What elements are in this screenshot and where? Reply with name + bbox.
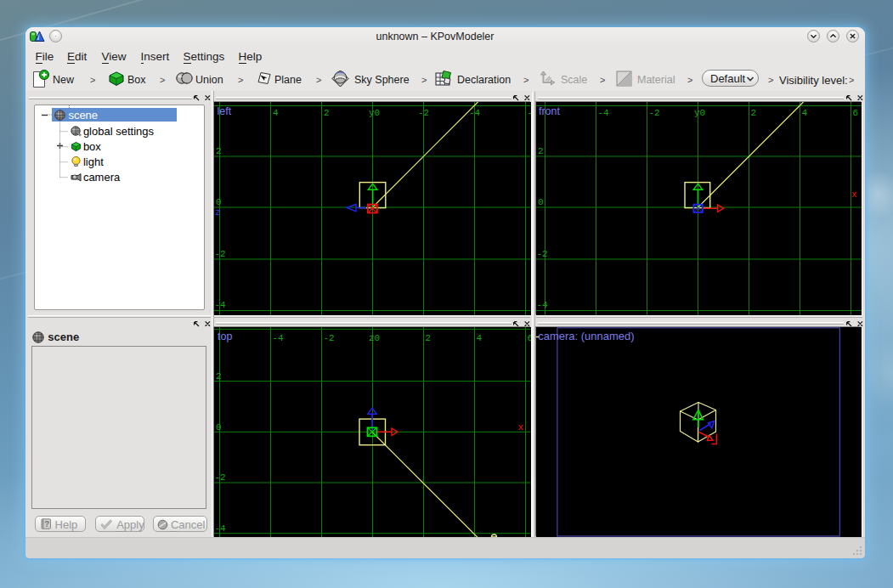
svg-text:2: 2 — [324, 107, 330, 117]
svg-text:-4: -4 — [215, 300, 227, 310]
svg-text:0: 0 — [216, 196, 222, 206]
svg-text:4: 4 — [273, 107, 279, 117]
svg-text:front: front — [539, 105, 561, 117]
svg-text:-2: -2 — [215, 472, 226, 483]
svg-text:-4: -4 — [597, 107, 609, 117]
svg-text:2: 2 — [425, 332, 431, 342]
svg-text:6: 6 — [527, 332, 530, 342]
svg-text:0: 0 — [216, 421, 222, 432]
svg-text:x: x — [517, 421, 523, 432]
svg-text:-2: -2 — [324, 332, 335, 342]
svg-text:-2: -2 — [418, 107, 429, 117]
svg-text:-6: -6 — [527, 107, 530, 117]
svg-text:left: left — [218, 105, 232, 117]
svg-text:2: 2 — [538, 145, 544, 155]
svg-text:2: 2 — [216, 370, 222, 381]
svg-text:x: x — [851, 189, 856, 199]
svg-text:-4: -4 — [273, 332, 285, 342]
svg-text:z: z — [215, 206, 221, 217]
svg-text:-4: -4 — [215, 523, 227, 534]
svg-text:?: ? — [44, 520, 49, 529]
svg-text:-2: -2 — [648, 107, 659, 117]
svg-text:2: 2 — [750, 107, 756, 117]
svg-text:camera: (unnamed): camera: (unnamed) — [538, 330, 634, 342]
svg-text:-2: -2 — [536, 248, 547, 258]
svg-text:y0: y0 — [369, 107, 380, 117]
svg-text:y0: y0 — [693, 107, 704, 117]
svg-text:z0: z0 — [369, 332, 380, 342]
svg-text:0: 0 — [538, 196, 544, 206]
svg-text:4: 4 — [476, 332, 482, 342]
svg-text:-2: -2 — [215, 248, 226, 258]
svg-text:-4: -4 — [536, 300, 548, 310]
svg-text:4: 4 — [801, 107, 807, 117]
svg-text:top: top — [218, 331, 232, 342]
svg-text:2: 2 — [216, 145, 222, 155]
svg-text:6: 6 — [852, 107, 858, 117]
